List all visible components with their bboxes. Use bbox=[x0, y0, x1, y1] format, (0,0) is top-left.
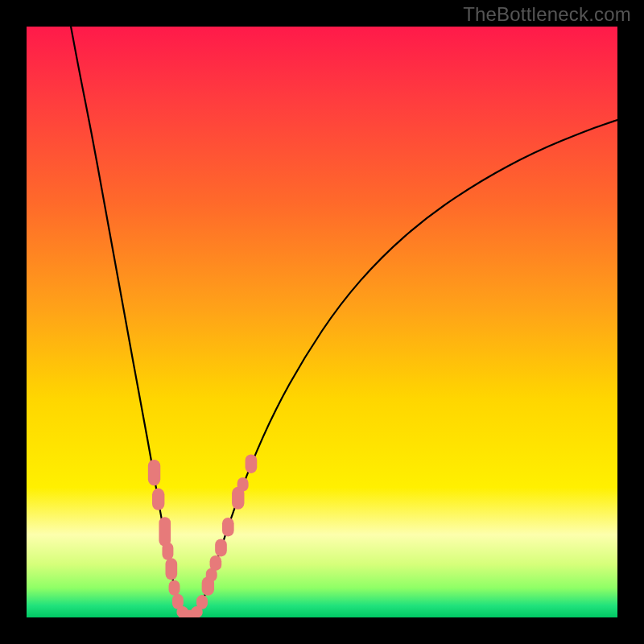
bottleneck-curve-plot bbox=[27, 27, 617, 617]
data-marker bbox=[169, 580, 180, 596]
data-marker bbox=[148, 460, 160, 485]
data-marker bbox=[196, 595, 208, 609]
data-marker bbox=[237, 477, 249, 492]
data-marker bbox=[246, 454, 258, 473]
watermark-text: TheBottleneck.com bbox=[463, 3, 631, 26]
data-marker bbox=[215, 539, 227, 556]
gradient-background bbox=[27, 27, 617, 617]
data-marker bbox=[162, 543, 173, 560]
data-marker bbox=[152, 489, 164, 510]
chart-container: TheBottleneck.com bbox=[0, 0, 644, 644]
data-marker bbox=[165, 558, 177, 580]
data-marker bbox=[159, 517, 171, 547]
data-marker bbox=[222, 518, 234, 536]
data-marker bbox=[210, 555, 222, 571]
